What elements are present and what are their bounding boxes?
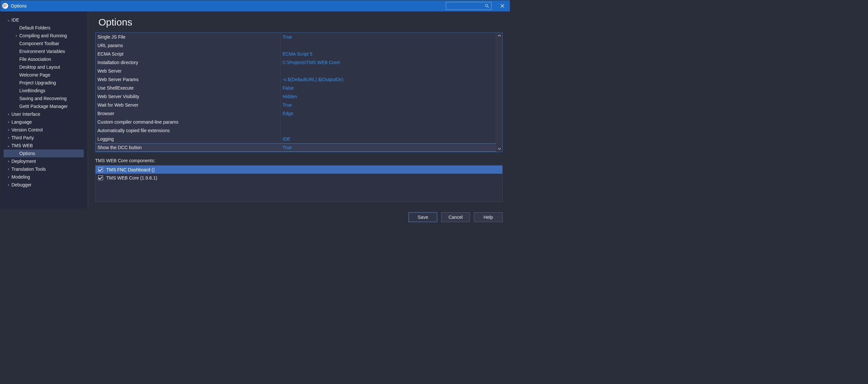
tree-tms-web-options[interactable]: Options bbox=[4, 149, 84, 157]
components-label: TMS WEB Core components: bbox=[88, 152, 510, 165]
chevron-right-icon: › bbox=[6, 120, 11, 124]
tree-label: User Interface bbox=[11, 112, 40, 117]
tree-file-association[interactable]: File Association bbox=[0, 55, 88, 63]
settings-row[interactable]: Web Server Params-s $(DefaultURL) $(Outp… bbox=[95, 75, 496, 84]
component-label: TMS WEB Core (1.9.6.1) bbox=[106, 175, 157, 181]
scroll-up-icon[interactable] bbox=[496, 33, 502, 38]
chevron-right-icon: › bbox=[6, 112, 11, 116]
tree-label: Component Toolbar bbox=[19, 41, 59, 46]
options-window: Options ⌄IDE Default Folders ›Compiling … bbox=[0, 0, 510, 226]
options-tree[interactable]: ⌄IDE Default Folders ›Compiling and Runn… bbox=[0, 11, 88, 208]
button-label: Save bbox=[417, 214, 428, 220]
app-icon bbox=[2, 3, 8, 9]
tree-label: Saving and Recovering bbox=[19, 96, 67, 101]
help-button[interactable]: Help bbox=[474, 212, 503, 222]
cancel-button[interactable]: Cancel bbox=[441, 212, 470, 222]
setting-value[interactable]: False bbox=[281, 84, 496, 92]
setting-value[interactable]: True bbox=[281, 101, 496, 109]
tree-ide[interactable]: ⌄IDE bbox=[0, 16, 88, 24]
scroll-down-icon[interactable] bbox=[496, 146, 502, 152]
settings-row[interactable]: Use ShellExecuteFalse bbox=[95, 84, 496, 92]
tree-user-interface[interactable]: ›User Interface bbox=[0, 110, 88, 118]
setting-value[interactable]: Hidden bbox=[281, 92, 496, 101]
settings-row[interactable]: URL params bbox=[95, 41, 496, 50]
settings-row[interactable]: Automatically copied file extensions bbox=[95, 126, 496, 135]
svg-point-0 bbox=[485, 4, 488, 6]
setting-name: Use ShellExecute bbox=[95, 84, 281, 92]
tree-default-folders[interactable]: Default Folders bbox=[0, 24, 88, 32]
tree-welcome-page[interactable]: Welcome Page bbox=[0, 71, 88, 79]
settings-row[interactable]: Single JS FileTrue bbox=[95, 33, 496, 41]
tree-label: GetIt Package Manager bbox=[19, 104, 68, 109]
settings-row[interactable]: Show the DCC buttonTrue bbox=[95, 143, 496, 152]
component-checkbox[interactable] bbox=[98, 167, 103, 172]
component-item[interactable]: TMS FNC Dashboard () bbox=[95, 166, 502, 174]
settings-row[interactable]: ECMA ScriptECMA Script 5 bbox=[95, 50, 496, 58]
setting-value[interactable]: Edge bbox=[281, 109, 496, 118]
component-label: TMS FNC Dashboard () bbox=[106, 167, 155, 172]
setting-name: Web Server Visibility bbox=[95, 92, 281, 101]
settings-row[interactable]: Installation directoryC:\Projects\TMS WE… bbox=[95, 58, 496, 67]
tree-getit[interactable]: GetIt Package Manager bbox=[0, 102, 88, 110]
settings-row[interactable]: Web Server bbox=[95, 67, 496, 75]
setting-value[interactable] bbox=[281, 126, 496, 135]
setting-name: Logging bbox=[95, 135, 281, 143]
setting-value[interactable]: C:\Projects\TMS WEB Core\ bbox=[281, 58, 496, 67]
tree-label: Version Control bbox=[11, 127, 43, 132]
tree-translation-tools[interactable]: ›Translation Tools bbox=[0, 165, 88, 173]
tree-language[interactable]: ›Language bbox=[0, 118, 88, 126]
tree-project-upgrading[interactable]: Project Upgrading bbox=[0, 79, 88, 87]
tree-modeling[interactable]: ›Modeling bbox=[0, 173, 88, 181]
grid-scrollbar[interactable] bbox=[496, 33, 502, 152]
tree-compiling-running[interactable]: ›Compiling and Running bbox=[0, 32, 88, 39]
tree-environment-variables[interactable]: Environment Variables bbox=[0, 48, 88, 55]
chevron-right-icon: › bbox=[6, 127, 11, 132]
settings-grid: Single JS FileTrueURL paramsECMA ScriptE… bbox=[95, 32, 503, 152]
setting-value[interactable]: IDE bbox=[281, 135, 496, 143]
main-panel: Options Single JS FileTrueURL paramsECMA… bbox=[88, 11, 510, 208]
tree-label: Translation Tools bbox=[11, 167, 46, 172]
save-button[interactable]: Save bbox=[408, 212, 437, 222]
button-label: Cancel bbox=[448, 214, 463, 220]
dialog-footer: Save Cancel Help bbox=[0, 208, 510, 225]
window-close-button[interactable] bbox=[495, 0, 510, 11]
tree-livebindings[interactable]: LiveBindings bbox=[0, 87, 88, 94]
button-label: Help bbox=[484, 214, 493, 220]
tree-third-party[interactable]: ›Third Party bbox=[0, 134, 88, 142]
tree-label: Compiling and Running bbox=[19, 33, 67, 38]
settings-row[interactable]: Web Server VisibilityHidden bbox=[95, 92, 496, 101]
setting-value[interactable] bbox=[281, 118, 496, 126]
chevron-down-icon: ⌄ bbox=[6, 143, 11, 148]
page-title: Options bbox=[88, 11, 510, 32]
settings-row[interactable]: Custom compiler command-line params bbox=[95, 118, 496, 126]
tree-version-control[interactable]: ›Version Control bbox=[0, 126, 88, 134]
tree-component-toolbar[interactable]: Component Toolbar bbox=[0, 39, 88, 48]
setting-value[interactable]: -s $(DefaultURL) $(OutputDir) bbox=[281, 75, 496, 84]
tree-debugger[interactable]: ›Debugger bbox=[0, 181, 88, 189]
chevron-right-icon: › bbox=[6, 182, 11, 187]
titlebar-search[interactable] bbox=[446, 2, 492, 10]
setting-name: Wait for Web Server bbox=[95, 101, 281, 109]
setting-value[interactable]: True bbox=[281, 143, 496, 152]
tree-label: Welcome Page bbox=[19, 72, 50, 78]
setting-value[interactable]: True bbox=[281, 33, 496, 41]
tree-deployment[interactable]: ›Deployment bbox=[0, 157, 88, 165]
component-checkbox[interactable] bbox=[98, 175, 103, 180]
tree-label: Debugger bbox=[11, 182, 32, 187]
setting-value[interactable] bbox=[281, 41, 496, 50]
components-list[interactable]: TMS FNC Dashboard ()TMS WEB Core (1.9.6.… bbox=[95, 165, 503, 202]
setting-value[interactable]: ECMA Script 5 bbox=[281, 50, 496, 58]
component-item[interactable]: TMS WEB Core (1.9.6.1) bbox=[95, 174, 502, 182]
tree-label: Language bbox=[11, 119, 32, 125]
tree-tms-web[interactable]: ⌄TMS WEB bbox=[0, 142, 88, 149]
tree-desktop-layout[interactable]: Desktop and Layout bbox=[0, 63, 88, 71]
settings-row[interactable]: Wait for Web ServerTrue bbox=[95, 101, 496, 109]
tree-label: Options bbox=[19, 151, 35, 156]
chevron-down-icon: ⌄ bbox=[6, 18, 11, 22]
settings-row[interactable]: BrowserEdge bbox=[95, 109, 496, 118]
tree-saving-recovering[interactable]: Saving and Recovering bbox=[0, 94, 88, 102]
setting-name: ECMA Script bbox=[95, 50, 281, 58]
tree-label: LiveBindings bbox=[19, 88, 45, 93]
setting-value[interactable] bbox=[281, 67, 496, 75]
settings-row[interactable]: LoggingIDE bbox=[95, 135, 496, 143]
